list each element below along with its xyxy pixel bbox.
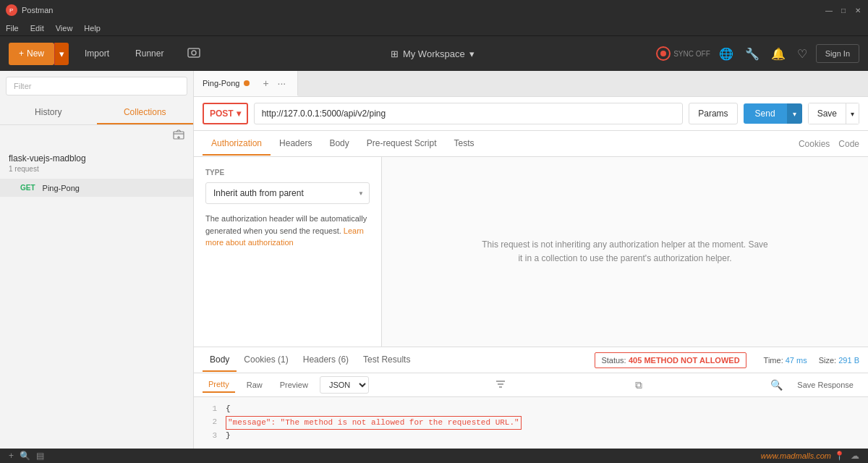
method-badge-get: GET [17, 183, 38, 192]
cookies-link[interactable]: Cookies [799, 139, 830, 149]
plus-icon: + [19, 48, 24, 59]
filter-input[interactable] [6, 77, 187, 95]
request-bar: POST ▾ Params Send ▾ Save ▾ [194, 97, 868, 131]
filter-icon[interactable] [492, 377, 509, 394]
code-content-3: } [226, 430, 231, 443]
menu-edit[interactable]: Edit [30, 24, 44, 33]
new-tab-button[interactable]: + [260, 76, 271, 90]
workspace-label: My Workspace [403, 48, 465, 59]
sign-in-button[interactable]: Sign In [816, 44, 859, 63]
collection-meta: 1 request [9, 165, 184, 173]
save-button[interactable]: Save [808, 103, 846, 124]
auth-type-select[interactable]: Inherit auth from parent [205, 182, 370, 204]
status-value: 405 METHOD NOT ALLOWED [629, 356, 740, 365]
sidebar: History Collections flask-vuejs-madblog … [0, 71, 194, 449]
response-meta: Time: 47 ms Size: 291 B [764, 356, 859, 365]
response-body: 1 { 2 "message": "The method is not allo… [194, 397, 868, 449]
response-tab-cookies[interactable]: Cookies (1) [237, 349, 295, 372]
sub-tab-headers[interactable]: Headers [271, 132, 320, 156]
format-tab-preview[interactable]: Preview [274, 378, 314, 392]
auth-panel: TYPE Inherit auth from parent The author… [194, 157, 382, 347]
sidebar-search-area [0, 71, 193, 101]
main-area: History Collections flask-vuejs-madblog … [0, 71, 868, 449]
sidebar-tabs: History Collections [0, 101, 193, 125]
sidebar-tab-collections[interactable]: Collections [97, 101, 194, 124]
send-dropdown-button[interactable]: ▾ [787, 103, 802, 124]
url-input[interactable] [254, 103, 684, 124]
code-line-2: 2 "message": "The method is not allowed … [203, 416, 859, 430]
capture-button[interactable] [179, 41, 208, 67]
response-tab-body[interactable]: Body [203, 349, 237, 372]
import-button[interactable]: Import [75, 43, 119, 64]
save-button-group: Save ▾ [808, 103, 859, 124]
menu-help[interactable]: Help [84, 24, 101, 33]
watermark: www.madmalls.com [761, 451, 831, 460]
new-dropdown-button[interactable]: ▾ [54, 43, 69, 65]
save-dropdown-button[interactable]: ▾ [846, 103, 859, 124]
workspace-selector[interactable]: ⊞ My Workspace ▾ [391, 48, 475, 59]
new-collection-button[interactable] [170, 128, 187, 145]
copy-response-button[interactable]: ⧉ [632, 378, 645, 393]
response-json-content: "message": "The method is not allowed fo… [228, 418, 519, 427]
request-item[interactable]: GET Ping-Pong [0, 179, 193, 197]
params-button[interactable]: Params [689, 103, 737, 124]
bell-icon[interactable]: 🔔 [768, 44, 788, 64]
format-tab-raw[interactable]: Raw [241, 378, 268, 392]
sub-tab-pre-request-script[interactable]: Pre-request Script [358, 132, 446, 156]
method-dropdown-icon: ▾ [237, 109, 241, 119]
minimize-button[interactable]: — [825, 6, 833, 14]
runner-button[interactable]: Runner [125, 43, 174, 64]
auth-desc-text: The authorization header will be automat… [205, 214, 367, 235]
toolbar-right: SYNC OFF 🌐 🔧 🔔 ♡ Sign In [656, 44, 859, 64]
svg-text:P: P [9, 7, 13, 14]
code-link[interactable]: Code [838, 139, 859, 149]
auth-type-value: Inherit auth from parent [213, 188, 304, 198]
auth-type-wrapper: Inherit auth from parent [205, 182, 370, 204]
response-toolbar: Pretty Raw Preview JSON XML HTML Text ⧉ [194, 373, 868, 397]
send-button[interactable]: Send [744, 103, 787, 124]
sidebar-tab-history[interactable]: History [0, 101, 97, 124]
tab-menu-button[interactable]: ··· [275, 76, 289, 90]
earth-icon[interactable]: 🌐 [716, 44, 736, 64]
statusbar-search-button[interactable]: 🔍 [17, 451, 33, 461]
sidebar-toolbar [0, 125, 193, 148]
sync-area: SYNC OFF [656, 46, 710, 61]
request-tab-ping-pong[interactable]: Ping-Pong + ··· [194, 71, 298, 96]
search-response-button[interactable]: 🔍 [767, 378, 786, 392]
content-area: Ping-Pong + ··· POST ▾ Params Send ▾ Sav… [194, 71, 868, 449]
new-button[interactable]: + New [9, 43, 54, 65]
grid-icon: ⊞ [391, 48, 399, 59]
new-button-label: New [27, 48, 44, 59]
statusbar-location-button[interactable]: 📍 [831, 451, 848, 461]
sub-tab-tests[interactable]: Tests [445, 132, 482, 156]
format-tab-pretty[interactable]: Pretty [203, 377, 235, 393]
method-selector[interactable]: POST ▾ [203, 103, 248, 124]
save-response-button[interactable]: Save Response [791, 378, 859, 392]
collection-name[interactable]: flask-vuejs-madblog [9, 153, 184, 163]
method-label: POST [210, 109, 234, 119]
sub-tabs: Authorization Headers Body Pre-request S… [194, 131, 868, 157]
sidebar-content: flask-vuejs-madblog 1 request GET Ping-P… [0, 125, 193, 449]
heart-icon[interactable]: ♡ [794, 44, 810, 64]
code-content-1: { [226, 403, 231, 416]
response-tab-test-results[interactable]: Test Results [356, 349, 417, 372]
auth-info-panel: This request is not inheriting any autho… [382, 157, 868, 347]
wrench-icon[interactable]: 🔧 [742, 44, 762, 64]
close-button[interactable]: ✕ [854, 6, 862, 14]
json-format-select[interactable]: JSON XML HTML Text [320, 376, 369, 394]
response-area: Body Cookies (1) Headers (6) Test Result… [194, 347, 868, 449]
statusbar-console-button[interactable]: ▤ [33, 451, 47, 461]
app-title: Postman [22, 6, 825, 14]
menu-view[interactable]: View [56, 24, 73, 33]
maximize-button[interactable]: □ [839, 6, 848, 14]
statusbar-new-button[interactable]: + [6, 451, 17, 461]
sub-tab-authorization[interactable]: Authorization [203, 132, 271, 156]
code-line-1: 1 { [203, 403, 859, 416]
main-toolbar: + New ▾ Import Runner ⊞ My Workspace ▾ S… [0, 36, 868, 71]
response-time: Time: 47 ms [764, 356, 807, 365]
response-tab-headers[interactable]: Headers (6) [296, 349, 356, 372]
auth-description: The authorization header will be automat… [205, 213, 370, 249]
menu-file[interactable]: File [6, 24, 19, 33]
sub-tab-body[interactable]: Body [320, 132, 357, 156]
statusbar-cloud-button[interactable]: ☁ [848, 451, 862, 461]
